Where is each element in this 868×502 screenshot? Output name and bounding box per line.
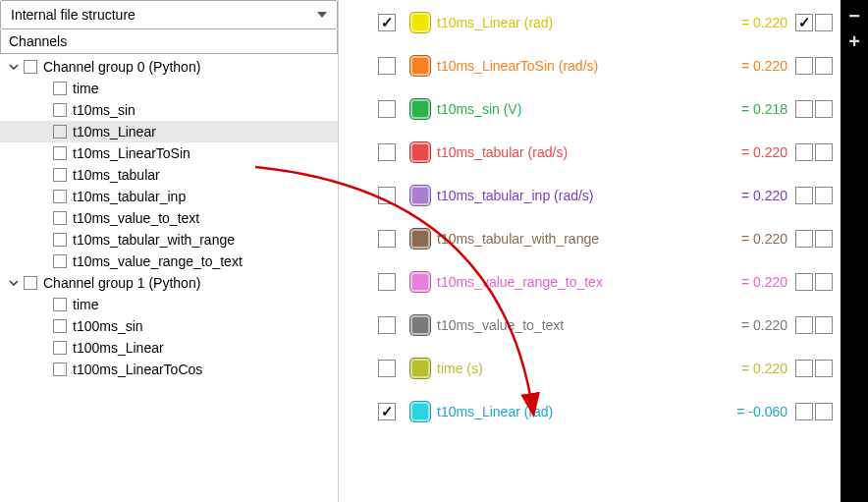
item-checkbox[interactable] [53, 341, 67, 355]
tree-group[interactable]: Channel group 0 (Python) [0, 56, 338, 78]
option-checkbox-2[interactable] [815, 187, 833, 204]
item-checkbox[interactable] [53, 103, 67, 117]
option-checkbox-1[interactable] [795, 14, 813, 31]
group-checkbox[interactable] [24, 60, 37, 74]
zoom-out-button[interactable]: − [848, 6, 860, 26]
channel-name: t10ms_value_range_to_tex [437, 274, 709, 290]
tree-item[interactable]: t10ms_tabular_inp [0, 186, 338, 207]
option-checkbox-2[interactable] [815, 57, 833, 75]
color-swatch[interactable] [409, 314, 431, 336]
structure-dropdown[interactable]: Internal file structure [0, 0, 338, 29]
option-checkbox-2[interactable] [815, 316, 833, 334]
channel-value: = 0.220 [709, 188, 787, 203]
enable-checkbox[interactable] [378, 316, 396, 334]
color-swatch[interactable] [409, 55, 431, 77]
tree-item[interactable]: t10ms_value_range_to_text [0, 251, 338, 272]
item-checkbox[interactable] [53, 82, 67, 95]
option-checkbox-1[interactable] [795, 273, 813, 291]
item-checkbox[interactable] [53, 146, 67, 160]
enable-checkbox[interactable] [378, 360, 396, 377]
item-checkbox[interactable] [53, 168, 67, 182]
enable-checkbox[interactable] [378, 100, 396, 118]
enable-checkbox[interactable] [378, 57, 396, 75]
color-swatch[interactable] [409, 271, 431, 293]
enable-checkbox[interactable] [378, 14, 396, 31]
color-swatch[interactable] [409, 12, 431, 33]
chevron-down-icon [317, 12, 327, 18]
channel-name: t10ms_tabular_inp (rad/s) [437, 188, 709, 203]
item-checkbox[interactable] [53, 319, 67, 333]
color-swatch[interactable] [409, 358, 431, 379]
item-checkbox[interactable] [53, 298, 67, 311]
option-checkbox-2[interactable] [815, 143, 833, 161]
item-label: t10ms_tabular_with_range [73, 232, 235, 248]
group-label: Channel group 1 (Python) [43, 275, 200, 291]
option-checkbox-1[interactable] [795, 403, 813, 420]
tree-item[interactable]: time [0, 294, 338, 315]
tree-item[interactable]: t100ms_LinearToCos [0, 359, 338, 380]
item-checkbox[interactable] [53, 125, 67, 139]
option-checkbox-1[interactable] [795, 57, 813, 75]
channel-value: = -0.060 [709, 404, 787, 419]
enable-checkbox[interactable] [378, 230, 396, 248]
enable-checkbox[interactable] [378, 273, 396, 291]
channel-value: = 0.220 [709, 231, 787, 247]
tree-item[interactable]: t10ms_sin [0, 99, 338, 121]
option-checkbox-2[interactable] [815, 403, 833, 420]
tree-item[interactable]: time [0, 78, 338, 99]
option-checkbox-2[interactable] [815, 230, 833, 248]
option-checkbox-1[interactable] [795, 187, 813, 204]
left-panel: Internal file structure Channels Channel… [0, 0, 339, 502]
item-checkbox[interactable] [53, 254, 67, 268]
channel-row: t10ms_Linear (rad)= -0.060 [378, 399, 833, 424]
enable-checkbox[interactable] [378, 187, 396, 204]
item-label: t100ms_sin [73, 318, 143, 334]
item-checkbox[interactable] [53, 233, 67, 247]
item-checkbox[interactable] [53, 211, 67, 225]
channel-row: t10ms_LinearToSin (rad/s)= 0.220 [378, 53, 833, 79]
channel-row: t10ms_value_to_text= 0.220 [378, 312, 833, 338]
group-label: Channel group 0 (Python) [43, 59, 200, 75]
item-label: t10ms_value_to_text [73, 210, 199, 226]
option-checkbox-2[interactable] [815, 360, 833, 377]
group-checkbox[interactable] [24, 276, 37, 290]
color-swatch[interactable] [409, 141, 431, 163]
option-checkbox-2[interactable] [815, 100, 833, 118]
option-checkbox-1[interactable] [795, 100, 813, 118]
tree-item[interactable]: t10ms_value_to_text [0, 207, 338, 229]
zoom-in-button[interactable]: + [848, 31, 860, 51]
tree-item[interactable]: t10ms_Linear [0, 121, 338, 142]
expander-icon[interactable] [8, 61, 20, 73]
tree-group[interactable]: Channel group 1 (Python) [0, 272, 338, 294]
option-checkbox-1[interactable] [795, 360, 813, 377]
color-swatch[interactable] [409, 228, 431, 250]
item-label: time [73, 81, 98, 96]
channel-row: t10ms_tabular_with_range= 0.220 [378, 226, 833, 251]
item-checkbox[interactable] [53, 363, 67, 376]
expander-icon[interactable] [8, 277, 20, 289]
tree-item[interactable]: t10ms_LinearToSin [0, 142, 338, 164]
color-swatch[interactable] [409, 185, 431, 206]
option-checkbox-1[interactable] [795, 230, 813, 248]
color-swatch[interactable] [409, 401, 431, 422]
tree-item[interactable]: t100ms_sin [0, 315, 338, 337]
channel-value: = 0.220 [709, 15, 787, 30]
color-swatch[interactable] [409, 98, 431, 120]
channel-row: t10ms_sin (V)= 0.218 [378, 96, 833, 122]
channel-row: t10ms_tabular_inp (rad/s)= 0.220 [378, 183, 833, 208]
tree-item[interactable]: t10ms_tabular [0, 164, 338, 186]
item-label: t100ms_Linear [73, 340, 164, 356]
tree-item[interactable]: t100ms_Linear [0, 337, 338, 359]
channel-name: t10ms_tabular (rad/s) [437, 144, 709, 160]
channel-tree[interactable]: Channel group 0 (Python)timet10ms_sint10… [0, 54, 338, 502]
item-checkbox[interactable] [53, 190, 67, 203]
channel-row: time (s)= 0.220 [378, 356, 833, 381]
enable-checkbox[interactable] [378, 143, 396, 161]
tree-item[interactable]: t10ms_tabular_with_range [0, 229, 338, 251]
item-label: t10ms_tabular_inp [73, 189, 186, 204]
enable-checkbox[interactable] [378, 403, 396, 420]
option-checkbox-1[interactable] [795, 316, 813, 334]
option-checkbox-2[interactable] [815, 14, 833, 31]
option-checkbox-1[interactable] [795, 143, 813, 161]
option-checkbox-2[interactable] [815, 273, 833, 291]
